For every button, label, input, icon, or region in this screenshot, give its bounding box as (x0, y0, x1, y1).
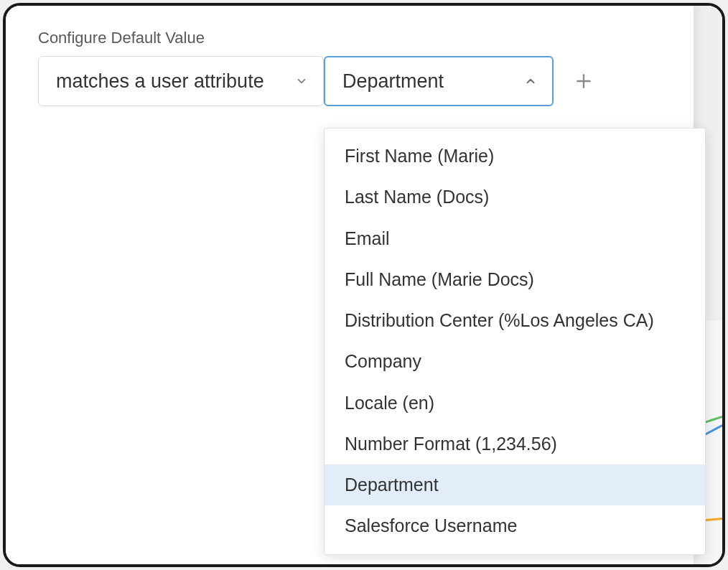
chevron-up-icon (523, 74, 538, 88)
section-title: Configure Default Value (38, 29, 661, 47)
add-button[interactable] (569, 67, 598, 95)
attribute-dropdown-menu: First Name (Marie)Last Name (Docs)EmailF… (324, 128, 706, 555)
dropdown-item[interactable]: Full Name (Marie Docs) (325, 259, 705, 300)
dropdown-item[interactable]: Company (325, 341, 705, 382)
dropdown-item[interactable]: Salesforce Username (325, 505, 705, 546)
dropdown-item[interactable]: Distribution Center (%Los Angeles CA) (325, 300, 705, 341)
attribute-select[interactable]: Department (324, 56, 554, 106)
configure-default-value-section: Configure Default Value matches a user a… (6, 6, 694, 106)
dropdown-item[interactable]: Last Name (Docs) (325, 177, 705, 218)
condition-select-label: matches a user attribute (56, 70, 286, 93)
chevron-down-icon (294, 74, 309, 88)
dropdown-item[interactable]: First Name (Marie) (325, 136, 705, 177)
condition-select[interactable]: matches a user attribute (38, 56, 324, 106)
dropdown-item[interactable]: Locale (en) (325, 383, 705, 424)
dropdown-item[interactable]: Email (325, 218, 705, 259)
dropdown-item[interactable]: Department (325, 464, 705, 505)
configure-modal: Configure Default Value matches a user a… (6, 6, 694, 564)
attribute-select-label: Department (342, 70, 515, 93)
window-frame: on Ho atshirts s 20.18 ees 81 s 1 Config… (3, 3, 725, 567)
controls-row: matches a user attribute Department (38, 56, 661, 106)
dropdown-item[interactable]: Number Format (1,234.56) (325, 424, 705, 464)
